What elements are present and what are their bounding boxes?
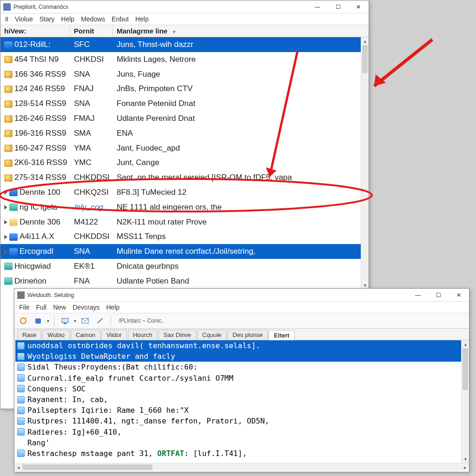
close-button[interactable]: ✕	[449, 289, 469, 302]
tab[interactable]: Rase	[17, 330, 41, 340]
scroll-right-button[interactable]: ▸	[461, 465, 469, 470]
tab[interactable]: Sax Dinve	[159, 330, 196, 340]
row-id: Dennte 306	[20, 218, 60, 226]
toolbar-wand-icon[interactable]	[94, 315, 106, 327]
expand-icon[interactable]	[4, 205, 7, 210]
line-icon	[17, 450, 25, 457]
toolbar-monitor-icon[interactable]	[59, 315, 71, 327]
table-row[interactable]: Dennte 306M4122N2K-I11 mout rater Prove	[0, 215, 361, 230]
output-line[interactable]: Radieres: Ig]+60_410,	[15, 427, 461, 437]
tab[interactable]: Cquuie	[197, 330, 226, 340]
row-pornit: FMAJ	[70, 111, 113, 126]
bottom-titlebar[interactable]: Weldouth. Seluting — ☐ ✕	[14, 289, 469, 302]
tab[interactable]: Hourch	[128, 330, 158, 340]
menu-item[interactable]: Help	[135, 15, 149, 23]
row-icon	[9, 189, 18, 196]
toolbar-dropdown-icon[interactable]: ▾	[47, 318, 49, 324]
output-line[interactable]: Pailsepters Iqirie: Rame 1_660 he:"X	[15, 405, 461, 416]
table-row[interactable]: 454 ThSI N9CHKDSIMklints Lages, Netrore	[0, 52, 361, 67]
output-line[interactable]: Conquens: SOC	[15, 383, 461, 394]
vertical-scrollbar[interactable]: ▴ ▾	[361, 37, 369, 289]
menu-item[interactable]: Enbut	[112, 15, 129, 23]
minimize-button[interactable]: —	[408, 289, 428, 302]
menu-item[interactable]: File	[19, 304, 30, 311]
table-row[interactable]: 128-514 RSS9SNAFonante Peteniid Dnat	[0, 96, 361, 111]
col-header-manlagrme[interactable]: Manlagrme line ▾	[113, 25, 369, 37]
table-row[interactable]: ErcogradlSNAMulinte Dane renst cortfact.…	[0, 244, 361, 259]
tab[interactable]: Wubio	[42, 330, 70, 340]
expand-icon[interactable]	[4, 190, 7, 195]
output-line[interactable]: Rustpres: 111400.41, ngt:_danse ferfon, …	[15, 416, 461, 426]
table-row[interactable]: 012-RdilL:SFCJuns, Thnst-wih dazzr	[0, 37, 361, 52]
table-row[interactable]: 166 346 RSS9SNAJuns, Fuage	[0, 67, 361, 82]
output-line[interactable]: unoddsal ostnbrides davil( tenhanswant.e…	[15, 340, 461, 351]
top-titlebar[interactable]: Prepliorit, Conmanôcs — ☐ ✕	[0, 0, 369, 13]
close-button[interactable]: ✕	[348, 0, 369, 13]
col-header-view[interactable]: hiVew:	[0, 25, 70, 37]
tab[interactable]: Des plonse	[227, 330, 268, 340]
menu-item[interactable]: New	[53, 304, 66, 311]
output-line[interactable]: Restrachesp mstaage pant 31, ORTFAT: [lu…	[15, 448, 461, 459]
line-icon	[17, 353, 25, 360]
table-row[interactable]: 275-314 RSS9CHKDDSISant, on the meral se…	[0, 170, 361, 185]
menu-item[interactable]: Devcrays	[73, 304, 99, 311]
menu-item[interactable]: Full	[36, 304, 47, 311]
expand-icon[interactable]	[4, 235, 7, 239]
col-header-manlagrme-label: Manlagrme line	[117, 27, 167, 35]
table-row[interactable]: DrineńonFNAUdlante Potien Band	[0, 274, 361, 289]
output-line[interactable]: Rang'	[15, 437, 461, 448]
output-line[interactable]: Rayanent: In, cab,	[15, 394, 461, 405]
output-line[interactable]: Wyotplogiss DetwaRputer and facly	[15, 351, 461, 362]
maximize-button[interactable]: ☐	[428, 289, 449, 302]
table-row[interactable]: ng IC lgela/nly_cogNE 1111 ald eingeren …	[0, 200, 361, 215]
scroll-thumb[interactable]	[362, 45, 368, 73]
vertical-scrollbar[interactable]: ▴ ▾	[461, 340, 469, 463]
scroll-up-button[interactable]: ▴	[361, 37, 369, 45]
toolbar-cube-icon[interactable]	[32, 315, 44, 327]
table-row[interactable]: Dennte 100CHKQ2SI8F8.3] TuMecied 12	[0, 185, 361, 200]
tab[interactable]: Camon	[71, 330, 100, 340]
menu-item[interactable]: Help	[61, 15, 74, 23]
table-row[interactable]: 126-246 RSS9FMAJUdlante Perenird Dnat	[0, 111, 361, 126]
scroll-thumb[interactable]	[463, 348, 468, 390]
output-line[interactable]: Sidal Theus:Proydens:(Bat chilific:60:	[15, 362, 461, 372]
top-menubar: itViolueStaryHelpMedowsEnbutHelp	[0, 13, 369, 25]
table-row[interactable]: HnicgwiadEK®1Dnicata geurbnps	[0, 259, 361, 274]
row-desc: ENA	[113, 126, 361, 141]
scroll-up-button[interactable]: ▴	[462, 340, 469, 348]
toolbar-refresh-icon[interactable]	[17, 315, 29, 327]
menu-item[interactable]: Help	[106, 304, 120, 311]
scroll-down-button[interactable]: ▾	[462, 455, 469, 463]
tab[interactable]: Viidor	[101, 330, 127, 340]
horizontal-scrollbar[interactable]: ◂ ▸	[14, 463, 469, 471]
table-row[interactable]: A4i11 A.XCHKDDSIMSS11 Tenps	[0, 229, 361, 244]
scroll-left-button[interactable]: ◂	[14, 465, 22, 470]
expand-icon[interactable]	[4, 250, 7, 254]
row-pornit: CHKQ2SI	[70, 185, 113, 200]
row-pornit: M4122	[70, 215, 113, 230]
menu-item[interactable]: it	[5, 15, 8, 23]
table-row[interactable]: 2K6-316 RSS9YMCJunt, Cange	[0, 155, 361, 170]
maximize-button[interactable]: ☐	[328, 0, 348, 13]
col-header-pornit[interactable]: Pornit	[70, 25, 113, 37]
expand-icon[interactable]	[4, 220, 7, 225]
menu-item[interactable]: Stary	[40, 15, 55, 23]
line-icon	[17, 385, 25, 392]
scroll-thumb[interactable]	[22, 464, 152, 470]
output-line[interactable]: Curnoral.ife_ealp frunet Ccartor./syslan…	[15, 373, 461, 383]
scroll-track[interactable]	[22, 463, 461, 471]
table-row[interactable]: 124 246 RS59FNAJJnBs, Primpoten CTV	[0, 81, 361, 96]
row-desc: Mulinte Dane renst cortfact./Joil/setrin…	[113, 244, 361, 259]
line-icon	[17, 428, 25, 436]
row-id: 196-316 RSS9	[14, 129, 66, 138]
table-row[interactable]: 160-247 RSS9YMAJant, Fuodec_apd	[0, 141, 361, 156]
toolbar-mail-icon[interactable]	[79, 315, 91, 327]
menu-item[interactable]: Medows	[81, 15, 105, 23]
menu-item[interactable]: Violue	[15, 15, 33, 23]
minimize-button[interactable]: —	[307, 0, 328, 13]
row-pornit: FNAJ	[70, 81, 113, 96]
table-row[interactable]: 196-316 RSS9SMAENA	[0, 126, 361, 141]
row-desc: MSS11 Tenps	[113, 229, 361, 244]
toolbar-dropdown-icon-2[interactable]: ▾	[74, 318, 76, 324]
tab[interactable]: Eltert	[269, 330, 294, 340]
